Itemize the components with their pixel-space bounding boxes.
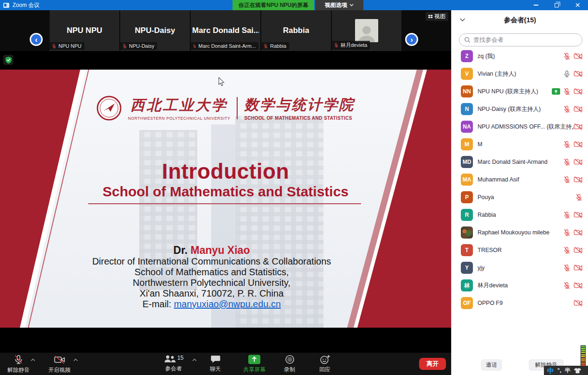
window-title: Zoom 会议 (13, 1, 39, 9)
avatar: Z (461, 50, 473, 62)
video-options-caret[interactable] (73, 358, 78, 362)
avatar: M (461, 138, 473, 150)
mic-muted-icon (13, 355, 24, 365)
ime-skin-icon[interactable] (574, 368, 582, 374)
avatar: NN (461, 85, 473, 97)
video-tile[interactable]: Rabbia Rabbia (261, 10, 331, 51)
record-button[interactable]: 录制 (284, 355, 295, 374)
ime-mode-icon[interactable]: 中 (547, 367, 554, 374)
participant-status-icons (563, 141, 583, 149)
scroll-left-button[interactable]: ‹ (30, 33, 43, 46)
info-line: Northwestern Polytechnical University, (31, 278, 393, 288)
view-options-button[interactable]: 视图选项 (315, 0, 363, 10)
scroll-right-button[interactable]: › (405, 33, 418, 46)
participant-row[interactable]: TTRESOR (452, 241, 588, 259)
info-line: Director of International Communications… (31, 256, 393, 267)
video-tile[interactable]: NPU NPU NPU NPU (50, 10, 119, 51)
reactions-button[interactable]: 回应 (319, 355, 330, 374)
video-tile[interactable]: Marc Donald Sai... Marc Donald Saint-Arm… (191, 10, 260, 51)
avatar: OF (461, 297, 473, 309)
chat-label: 聊天 (210, 365, 221, 373)
leave-button[interactable]: 离开 (419, 358, 446, 370)
search-participants-input[interactable]: 查找参会者 (459, 33, 582, 46)
mic-muted-icon (563, 141, 571, 149)
tile-name-label: NPU NPU (50, 42, 84, 50)
share-screen-button[interactable]: 共享屏幕 (243, 355, 265, 374)
participant-status-icons (563, 176, 583, 184)
mic-muted-icon (334, 43, 339, 48)
video-off-icon (574, 158, 583, 166)
video-strip: NPU NPU NPU NPUNPU-Daisy NPU-DaisyMarc D… (0, 10, 451, 51)
participants-label: 参会者 (165, 365, 182, 373)
camera-off-icon (54, 355, 65, 365)
start-video-button[interactable]: 开启视频 (48, 355, 71, 374)
invite-button[interactable]: 邀请 (481, 359, 502, 371)
participants-options-caret[interactable] (192, 358, 197, 362)
participant-status-icons (552, 88, 583, 96)
minimize-button[interactable] (525, 0, 546, 10)
participant-row[interactable]: NNNPU NPU (联席主持人) (452, 83, 588, 100)
participants-button[interactable]: 15 参会者 (163, 355, 183, 373)
slide-divider-line (88, 203, 361, 204)
participant-status-icons (563, 105, 583, 113)
participant-row[interactable]: NNPU-Daisy (联席主持人) (452, 100, 588, 118)
chat-icon (210, 355, 221, 364)
video-tile[interactable]: NPU-Daisy NPU-Daisy (120, 10, 190, 51)
participant-row[interactable]: MDMarc Donald Saint-Armand (452, 153, 588, 171)
view-options-label: 视图选项 (325, 1, 347, 9)
participant-status-icons (574, 123, 583, 130)
email-link[interactable]: manyuxiao@nwpu.edu.cn (174, 299, 281, 309)
avatar: NA (461, 121, 473, 133)
participant-row[interactable]: MAMuhammad Asif (452, 171, 588, 188)
ime-width-icon[interactable]: 半 (564, 368, 570, 374)
ime-punctuation-icon[interactable]: °, (557, 368, 561, 374)
video-off-icon (574, 88, 583, 95)
participant-row[interactable]: Yyjy (452, 259, 588, 277)
participant-status-icons (563, 282, 583, 290)
avatar: V (461, 68, 473, 80)
mic-options-caret[interactable] (31, 358, 35, 362)
participant-status-icons (563, 264, 583, 272)
chat-button[interactable]: 聊天 (210, 355, 221, 373)
participant-row[interactable]: 林林月devieta (452, 277, 588, 294)
participant-name: Marc Donald Saint-Armand (478, 159, 563, 165)
logo-en-university: NORTHWESTERN POLYTECHNICAL UNIVERSITY (128, 116, 230, 121)
participant-name: Vivian (主持人) (478, 70, 563, 78)
participant-row[interactable]: VVivian (主持人) (452, 65, 588, 83)
encryption-badge[interactable] (3, 55, 13, 65)
participant-row[interactable]: MM (452, 136, 588, 153)
reactions-label: 回应 (319, 366, 330, 374)
record-label: 录制 (284, 366, 295, 374)
participant-row[interactable]: NANPU ADMISSIONS OFF... (联席主持人) (452, 118, 588, 136)
avatar: MA (461, 174, 473, 186)
search-icon (464, 37, 471, 43)
ime-toolbar[interactable]: 中 °, 半 (544, 366, 588, 375)
close-button[interactable]: ✕ (567, 0, 588, 10)
tile-participant-name: NPU-Daisy (135, 26, 175, 35)
tile-name-label: Rabbia (261, 42, 289, 50)
share-screen-icon (247, 355, 261, 364)
logo-cn-school: 数学与统计学院 (244, 95, 355, 115)
participants-icon (163, 355, 176, 363)
mic-muted-icon (575, 194, 583, 201)
video-off-icon (574, 264, 583, 272)
participant-name: NPU ADMISSIONS OFF... (联席主持人) (478, 123, 574, 131)
avatar: R (461, 209, 473, 221)
participant-row[interactable]: OFOPPO F9 (452, 294, 588, 312)
mic-muted-icon (563, 176, 571, 184)
participant-row[interactable]: PPouya (452, 188, 588, 206)
participant-list: Zzq (我) VVivian (主持人) NNNPU NPU (联席主持人) … (452, 47, 588, 312)
restore-button[interactable] (546, 0, 567, 10)
video-tile[interactable]: 林月devieta (332, 10, 401, 51)
avatar (355, 19, 378, 42)
video-off-icon (574, 282, 583, 289)
participant-row[interactable]: RRabbia (452, 206, 588, 224)
participant-row[interactable]: Raphael Moukouyou milebe (452, 224, 588, 241)
video-off-icon (574, 141, 583, 148)
info-line: School of Mathematics and Statistics, (31, 267, 393, 278)
gallery-view-button[interactable]: 视图 (426, 12, 448, 21)
video-off-icon (574, 123, 583, 130)
unmute-button[interactable]: 解除静音 (7, 355, 30, 374)
participant-row[interactable]: Zzq (我) (452, 47, 588, 65)
zoom-meeting-window: Zoom 会议 你正在观看NPU NPU的屏幕 视图选项 ✕ NPU NPU N… (0, 0, 588, 375)
